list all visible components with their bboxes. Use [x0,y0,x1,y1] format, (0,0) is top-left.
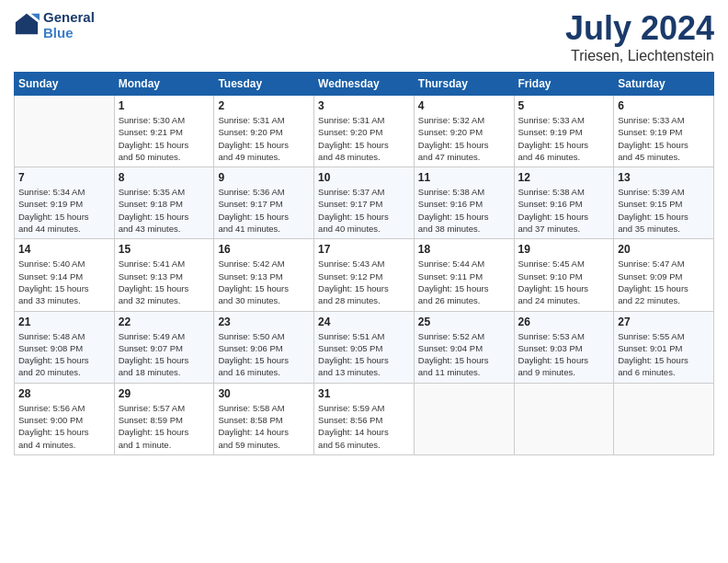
day-info: Sunrise: 5:32 AMSunset: 9:20 PMDaylight:… [418,114,510,163]
day-info: Sunrise: 5:38 AMSunset: 9:16 PMDaylight:… [518,186,610,235]
day-info: Sunrise: 5:47 AMSunset: 9:09 PMDaylight:… [618,258,710,306]
calendar-cell: 8Sunrise: 5:35 AMSunset: 9:18 PMDaylight… [114,167,214,239]
calendar-cell: 13Sunrise: 5:39 AMSunset: 9:15 PMDayligh… [614,167,714,239]
day-info: Sunrise: 5:39 AMSunset: 9:15 PMDaylight:… [618,186,710,235]
day-number: 29 [119,387,210,400]
day-info: Sunrise: 5:34 AMSunset: 9:19 PMDaylight:… [18,186,110,235]
calendar-cell: 18Sunrise: 5:44 AMSunset: 9:11 PMDayligh… [414,239,514,311]
day-number: 19 [518,243,610,256]
day-number: 25 [418,316,510,328]
calendar-cell: 31Sunrise: 5:59 AMSunset: 8:56 PMDayligh… [314,383,415,454]
day-number: 24 [318,316,410,328]
calendar-week-row: 28Sunrise: 5:56 AMSunset: 9:00 PMDayligh… [15,383,714,454]
calendar-cell: 21Sunrise: 5:48 AMSunset: 9:08 PMDayligh… [15,311,115,383]
day-info: Sunrise: 5:36 AMSunset: 9:17 PMDaylight:… [218,186,310,235]
calendar-cell: 5Sunrise: 5:33 AMSunset: 9:19 PMDaylight… [514,96,614,167]
calendar-table: SundayMondayTuesdayWednesdayThursdayFrid… [14,72,714,455]
day-number: 17 [318,243,410,256]
calendar-week-row: 21Sunrise: 5:48 AMSunset: 9:08 PMDayligh… [15,311,714,383]
day-info: Sunrise: 5:51 AMSunset: 9:05 PMDaylight:… [318,330,410,379]
calendar-cell [614,383,714,454]
weekday-header: Tuesday [214,73,314,96]
day-number: 4 [418,99,510,112]
calendar-cell [414,383,514,454]
day-number: 10 [318,171,410,184]
calendar-cell: 28Sunrise: 5:56 AMSunset: 9:00 PMDayligh… [15,383,115,454]
day-number: 5 [518,99,610,112]
calendar-cell: 15Sunrise: 5:41 AMSunset: 9:13 PMDayligh… [114,239,214,311]
calendar-cell [514,383,614,454]
day-info: Sunrise: 5:57 AMSunset: 8:59 PMDaylight:… [119,402,210,451]
day-number: 27 [618,316,710,328]
calendar-cell: 9Sunrise: 5:36 AMSunset: 9:17 PMDaylight… [214,167,314,239]
day-info: Sunrise: 5:44 AMSunset: 9:11 PMDaylight:… [418,258,510,306]
day-info: Sunrise: 5:31 AMSunset: 9:20 PMDaylight:… [218,114,310,163]
day-number: 8 [119,171,210,184]
day-number: 31 [318,387,410,400]
day-number: 7 [18,171,110,184]
logo-text: General Blue [43,9,95,40]
weekday-header: Wednesday [314,73,415,96]
day-number: 26 [518,316,610,328]
calendar-cell: 3Sunrise: 5:31 AMSunset: 9:20 PMDaylight… [314,96,415,167]
calendar-cell: 6Sunrise: 5:33 AMSunset: 9:19 PMDaylight… [614,96,714,167]
header-row: SundayMondayTuesdayWednesdayThursdayFrid… [15,73,714,96]
day-info: Sunrise: 5:33 AMSunset: 9:19 PMDaylight:… [518,114,610,163]
day-info: Sunrise: 5:37 AMSunset: 9:17 PMDaylight:… [318,186,410,235]
calendar-week-row: 1Sunrise: 5:30 AMSunset: 9:21 PMDaylight… [15,96,714,167]
calendar-cell: 27Sunrise: 5:55 AMSunset: 9:01 PMDayligh… [614,311,714,383]
day-info: Sunrise: 5:56 AMSunset: 9:00 PMDaylight:… [18,402,110,451]
calendar-cell: 17Sunrise: 5:43 AMSunset: 9:12 PMDayligh… [314,239,415,311]
day-info: Sunrise: 5:33 AMSunset: 9:19 PMDaylight:… [618,114,710,163]
logo-icon [14,12,40,38]
calendar-cell [15,96,115,167]
day-number: 16 [218,243,310,256]
day-info: Sunrise: 5:49 AMSunset: 9:07 PMDaylight:… [119,330,210,379]
calendar-cell: 2Sunrise: 5:31 AMSunset: 9:20 PMDaylight… [214,96,314,167]
day-number: 2 [218,99,310,112]
calendar-cell: 16Sunrise: 5:42 AMSunset: 9:13 PMDayligh… [214,239,314,311]
logo: General Blue [14,9,95,40]
day-info: Sunrise: 5:31 AMSunset: 9:20 PMDaylight:… [318,114,410,163]
calendar-cell: 1Sunrise: 5:30 AMSunset: 9:21 PMDaylight… [114,96,214,167]
day-info: Sunrise: 5:48 AMSunset: 9:08 PMDaylight:… [18,330,110,379]
day-info: Sunrise: 5:53 AMSunset: 9:03 PMDaylight:… [518,330,610,379]
title-area: July 2024 Triesen, Liechtenstein [565,9,714,64]
weekday-header: Monday [114,73,214,96]
calendar-cell: 7Sunrise: 5:34 AMSunset: 9:19 PMDaylight… [15,167,115,239]
day-number: 21 [18,316,110,328]
calendar-cell: 23Sunrise: 5:50 AMSunset: 9:06 PMDayligh… [214,311,314,383]
calendar-cell: 10Sunrise: 5:37 AMSunset: 9:17 PMDayligh… [314,167,415,239]
calendar-cell: 12Sunrise: 5:38 AMSunset: 9:16 PMDayligh… [514,167,614,239]
calendar-cell: 30Sunrise: 5:58 AMSunset: 8:58 PMDayligh… [214,383,314,454]
day-number: 9 [218,171,310,184]
day-number: 30 [218,387,310,400]
calendar-cell: 19Sunrise: 5:45 AMSunset: 9:10 PMDayligh… [514,239,614,311]
calendar-cell: 22Sunrise: 5:49 AMSunset: 9:07 PMDayligh… [114,311,214,383]
day-info: Sunrise: 5:40 AMSunset: 9:14 PMDaylight:… [18,258,110,306]
weekday-header: Friday [514,73,614,96]
month-title: July 2024 [565,9,714,48]
day-info: Sunrise: 5:52 AMSunset: 9:04 PMDaylight:… [418,330,510,379]
weekday-header: Thursday [414,73,514,96]
weekday-header: Sunday [15,73,115,96]
day-number: 13 [618,171,710,184]
day-info: Sunrise: 5:41 AMSunset: 9:13 PMDaylight:… [119,258,210,306]
calendar-cell: 14Sunrise: 5:40 AMSunset: 9:14 PMDayligh… [15,239,115,311]
weekday-header: Saturday [614,73,714,96]
calendar-header: SundayMondayTuesdayWednesdayThursdayFrid… [15,73,714,96]
day-info: Sunrise: 5:59 AMSunset: 8:56 PMDaylight:… [318,402,410,451]
calendar-cell: 26Sunrise: 5:53 AMSunset: 9:03 PMDayligh… [514,311,614,383]
calendar-cell: 11Sunrise: 5:38 AMSunset: 9:16 PMDayligh… [414,167,514,239]
calendar-week-row: 7Sunrise: 5:34 AMSunset: 9:19 PMDaylight… [15,167,714,239]
day-info: Sunrise: 5:42 AMSunset: 9:13 PMDaylight:… [218,258,310,306]
day-number: 28 [18,387,110,400]
day-info: Sunrise: 5:38 AMSunset: 9:16 PMDaylight:… [418,186,510,235]
day-info: Sunrise: 5:30 AMSunset: 9:21 PMDaylight:… [119,114,210,163]
calendar-week-row: 14Sunrise: 5:40 AMSunset: 9:14 PMDayligh… [15,239,714,311]
day-number: 1 [119,99,210,112]
day-info: Sunrise: 5:58 AMSunset: 8:58 PMDaylight:… [218,402,310,451]
day-info: Sunrise: 5:43 AMSunset: 9:12 PMDaylight:… [318,258,410,306]
day-number: 22 [119,316,210,328]
day-number: 6 [618,99,710,112]
